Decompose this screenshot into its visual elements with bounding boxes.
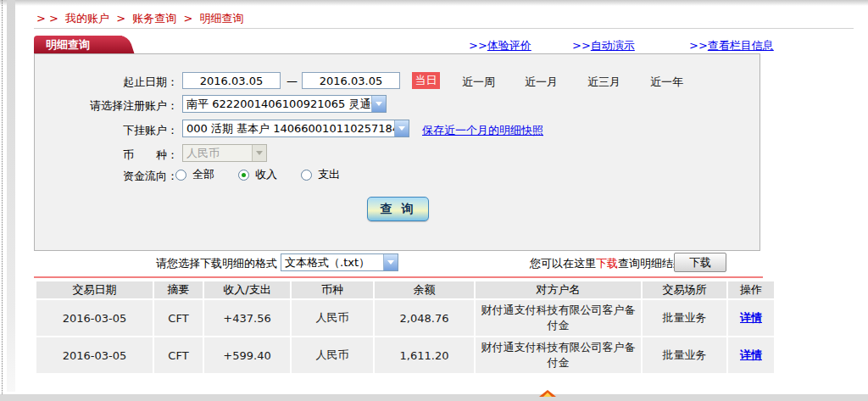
registered-account-label: 请选择注册账户：: [34, 98, 178, 114]
breadcrumb-divider: [34, 28, 854, 29]
top-fade-border: [0, 0, 868, 6]
link-prefix: >>: [689, 39, 708, 52]
breadcrumb-account-query[interactable]: 账务查询: [132, 12, 176, 25]
currency-value: 人民币: [183, 146, 252, 161]
registered-account-value: 南平 6222001406100921065 灵通卡: [183, 97, 371, 112]
sub-account-select[interactable]: 000 活期 基本户 1406600101102571848: [182, 120, 409, 137]
bottom-logo-icon: [543, 393, 552, 397]
query-button[interactable]: 查 询: [367, 197, 429, 221]
breadcrumb-detail-query[interactable]: 明细查询: [199, 12, 243, 25]
date-dash: —: [287, 75, 298, 87]
flow-radio-expense[interactable]: [301, 170, 312, 181]
breadcrumb-separator: >: [116, 12, 125, 25]
col-header-balance: 余额: [375, 281, 474, 298]
table-row: 2016-03-05 CFT +437.56 人民币 2,048.76 财付通支…: [36, 300, 774, 336]
currency-select: 人民币: [182, 144, 267, 162]
results-table: 交易日期 摘要 收入/支出 币种 余额 对方户名 交易场所 操作 2016-03…: [35, 280, 764, 375]
flow-radio-all[interactable]: [175, 170, 186, 181]
cell-amount: +599.40: [204, 337, 290, 373]
cell-summary: CFT: [154, 337, 203, 373]
cell-channel: 批量业务: [643, 337, 726, 373]
bottom-edge-strip: [0, 394, 868, 401]
fund-flow-radio-group: 全部 收入 支出: [175, 167, 364, 182]
cell-channel: 批量业务: [643, 300, 726, 336]
left-dotted-border: [2, 0, 3, 401]
section-divider: [34, 276, 763, 278]
download-format-label: 请您选择下载明细的格式: [156, 256, 277, 271]
breadcrumb-prefix: > >: [36, 12, 58, 25]
flow-radio-all-label[interactable]: 全部: [192, 167, 214, 182]
detail-query-page: > > 我的账户 > 账务查询 > 明细查询 明细查询 >>体验评价 >>自动演…: [0, 0, 868, 401]
cell-amount: +437.56: [204, 300, 290, 336]
cell-counterparty: 财付通支付科技有限公司客户备付金: [476, 300, 641, 336]
download-format-select[interactable]: 文本格式（.txt）: [281, 253, 398, 271]
chevron-down-icon: [252, 145, 266, 161]
detail-link[interactable]: 详情: [740, 348, 762, 361]
download-button[interactable]: 下载: [674, 253, 726, 272]
left-edge-strip: [7, 0, 15, 392]
download-hint-link[interactable]: 下载: [596, 257, 618, 270]
cell-date: 2016-03-05: [36, 337, 153, 373]
range-last-3-months[interactable]: 近三月: [587, 75, 620, 90]
registered-account-select[interactable]: 南平 6222001406100921065 灵通卡: [182, 95, 387, 113]
save-snapshot-link[interactable]: 保存近一个月的明细快照: [422, 123, 543, 138]
download-hint-before: 您可以在这里: [530, 257, 596, 270]
link-view-column-info[interactable]: >>查看栏目信息: [689, 38, 774, 53]
range-last-year[interactable]: 近一年: [650, 75, 683, 90]
tab-detail-query: 明细查询: [34, 36, 122, 53]
date-range-label: 起止日期：: [34, 75, 178, 90]
chevron-down-icon: [371, 96, 386, 112]
flow-radio-income-label[interactable]: 收入: [255, 167, 277, 182]
cell-balance: 1,611.20: [375, 337, 474, 373]
range-last-month[interactable]: 近一月: [525, 75, 558, 90]
chevron-down-icon: [394, 120, 409, 136]
link-experience-review[interactable]: >>体验评价: [469, 38, 531, 53]
tab-title: 明细查询: [34, 36, 122, 53]
col-header-amount: 收入/支出: [204, 281, 290, 298]
sub-account-value: 000 活期 基本户 1406600101102571848: [183, 121, 394, 136]
breadcrumb-my-account[interactable]: 我的账户: [65, 12, 109, 25]
link-auto-demo[interactable]: >>自动演示: [572, 38, 635, 53]
cell-date: 2016-03-05: [36, 300, 153, 336]
table-header-row: 交易日期 摘要 收入/支出 币种 余额 对方户名 交易场所 操作: [36, 281, 774, 298]
date-to-input[interactable]: [302, 72, 400, 89]
cell-summary: CFT: [154, 300, 203, 336]
cell-currency: 人民币: [292, 300, 373, 336]
date-from-input[interactable]: [182, 72, 281, 89]
cell-balance: 2,048.76: [375, 300, 474, 336]
link-prefix: >>: [572, 39, 591, 52]
range-last-week[interactable]: 近一周: [462, 75, 495, 90]
col-header-summary: 摘要: [154, 281, 203, 298]
col-header-counterparty: 对方户名: [476, 281, 641, 298]
download-hint: 您可以在这里下载查询明细结果: [530, 256, 684, 271]
table-row: 2016-03-05 CFT +599.40 人民币 1,611.20 财付通支…: [36, 337, 774, 373]
breadcrumb-separator: >: [183, 12, 192, 25]
sub-account-label: 下挂账户：: [34, 123, 178, 138]
flow-radio-income[interactable]: [238, 170, 249, 181]
link-prefix: >>: [469, 39, 487, 52]
download-format-value: 文本格式（.txt）: [281, 255, 383, 270]
cell-action: 详情: [728, 337, 774, 373]
chevron-down-icon: [383, 254, 398, 270]
fund-flow-label: 资金流向：: [34, 169, 178, 184]
col-header-channel: 交易场所: [643, 281, 726, 298]
col-header-action: 操作: [728, 281, 774, 298]
cell-currency: 人民币: [292, 337, 373, 373]
today-button[interactable]: 当日: [412, 72, 440, 89]
breadcrumb: > > 我的账户 > 账务查询 > 明细查询: [36, 11, 247, 26]
currency-label: 币 种：: [34, 148, 178, 163]
col-header-currency: 币种: [292, 281, 373, 298]
detail-link[interactable]: 详情: [740, 311, 762, 324]
cell-action: 详情: [728, 300, 774, 336]
flow-radio-expense-label[interactable]: 支出: [318, 167, 340, 182]
col-header-date: 交易日期: [36, 281, 153, 298]
cell-counterparty: 财付通支付科技有限公司客户备付金: [476, 337, 641, 373]
